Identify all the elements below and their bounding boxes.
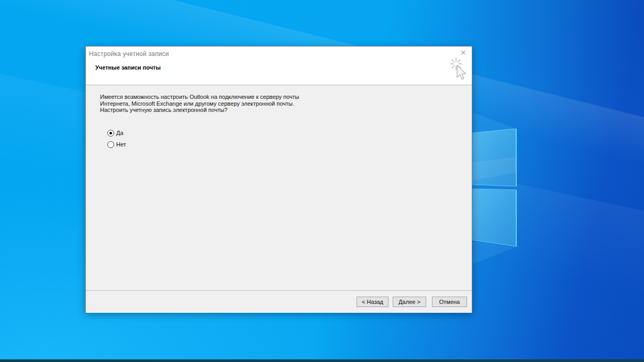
- cancel-button[interactable]: Отмена: [432, 297, 467, 307]
- radio-yes-label[interactable]: Да: [116, 130, 124, 136]
- taskbar-strip: [0, 359, 644, 362]
- dialog-footer: < Назад Далее > Отмена: [86, 291, 472, 313]
- close-icon[interactable]: ✕: [459, 48, 468, 58]
- account-setup-dialog: Настройка учетной записи ✕ Учетные запис…: [85, 46, 472, 312]
- dialog-content: Имеется возможность настроить Outlook на…: [86, 85, 472, 291]
- intro-text-line1: Имеется возможность настроить Outlook на…: [100, 94, 299, 100]
- radio-yes-circle[interactable]: [107, 130, 114, 137]
- setup-account-radio-group: Да Нет: [107, 129, 126, 152]
- dialog-header: Настройка учетной записи ✕ Учетные запис…: [86, 47, 472, 85]
- radio-no-circle[interactable]: [107, 141, 114, 148]
- intro-text-line2: Интернета, Microsoft Exchange или другом…: [100, 100, 299, 107]
- intro-text-line3: Настроить учетную запись электронной поч…: [100, 107, 299, 114]
- radio-no-label[interactable]: Нет: [116, 141, 126, 148]
- dialog-title: Настройка учетной записи: [89, 50, 169, 58]
- radio-option-no[interactable]: Нет: [107, 141, 126, 148]
- dialog-subtitle: Учетные записи почты: [95, 64, 161, 71]
- next-button[interactable]: Далее >: [393, 297, 426, 307]
- back-button[interactable]: < Назад: [357, 297, 388, 307]
- desktop: { "desktop": { "wallpaper_colors": { "le…: [0, 0, 644, 362]
- busy-cursor-icon: [449, 57, 473, 82]
- radio-option-yes[interactable]: Да: [107, 129, 126, 137]
- intro-text: Имеется возможность настроить Outlook на…: [100, 94, 299, 114]
